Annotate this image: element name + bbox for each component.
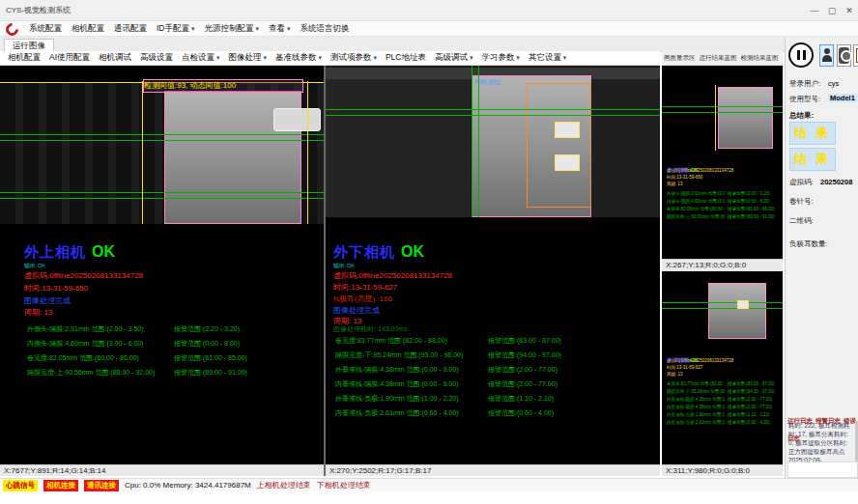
result-ok-label: OK (92, 243, 115, 260)
pause-button[interactable] (788, 42, 814, 68)
thumb-alarm: 报警范围:(1.10 - 2.10) (728, 412, 780, 417)
menu-language-switch[interactable]: 系统语言切换 (300, 23, 349, 35)
overlay-green-line (662, 106, 783, 107)
overlay-green-line (326, 109, 660, 110)
alarm-range: 报警范围:(1.10 - 2.10) (488, 394, 554, 404)
overlay-green-line (662, 302, 783, 303)
weld-glare-spot (555, 154, 580, 171)
cpu-memory-text: Cpu: 0.0% Memory: 3424.4179687M (125, 481, 251, 490)
pixel-coords-thumb-lower: X:311;Y:980;R:0;G:0;B:0 (662, 464, 783, 476)
record-icon (841, 50, 852, 62)
weld-glare-spot (737, 300, 749, 309)
alarm-range: 报警范围:(0.00 - 8.00) (174, 339, 240, 349)
camera-view-lower[interactable]: AI检测区 外下相机OK 输出:OK 虚拟码:0ffline2025020813… (326, 66, 660, 476)
pixel-coords-thumb-upper: X:267;Y:13;R:0;G:0;B:0 (662, 259, 783, 271)
tool-learning-params[interactable]: 学习参数 (481, 52, 519, 64)
model-value[interactable]: Model1 (828, 94, 857, 102)
tool-plc-address-table[interactable]: PLC地址表 (386, 52, 426, 64)
thumbnail-view-upper[interactable]: 外上相机OK 虚拟码:0ffline20250208133134728 时间:1… (662, 66, 783, 259)
alarm-range: 报警范围:(83.00 - 87.00) (488, 336, 561, 346)
pause-icon (803, 50, 806, 60)
tool-baseline-params[interactable]: 基准线参数 (275, 52, 322, 64)
thumb-cell-region (718, 87, 773, 149)
tool-ai-config[interactable]: AI使用配置 (49, 52, 90, 64)
output-label: 输出:OK (333, 262, 355, 270)
menu-id-config[interactable]: ID手配置 (157, 23, 194, 35)
thumb-cell-region (708, 283, 766, 339)
heartbeat-status-badge: 心跳信号 (3, 480, 38, 491)
output-label: 输出:OK (24, 262, 45, 270)
minimize-button[interactable]: — (806, 0, 823, 21)
user-login-button[interactable] (819, 44, 834, 67)
window-title: CYS-视觉检测系统 (6, 6, 71, 14)
overlay-green-line (0, 140, 324, 141)
status-bar: 心跳信号 相机连接 通讯连接 Cpu: 0.0% Memory: 3424.41… (0, 478, 858, 491)
tool-other-settings[interactable]: 其它设置 (529, 52, 566, 64)
overlay-green-vline (478, 66, 479, 217)
login-user-value: cys (828, 79, 839, 88)
thumb-alarm: 报警范围:(2.20 - 3.20) (728, 191, 780, 196)
tool-spotcheck-settings[interactable]: 点检设置 (182, 52, 219, 64)
thumb-alarm: 报警范围:(0.00 - 8.00) (728, 199, 780, 204)
upper-camera-status-msg: 上相机处理结束 (257, 480, 311, 490)
tool-image-processing[interactable]: 图像处理 (229, 52, 267, 64)
menu-view[interactable]: 查看 (269, 23, 290, 35)
menu-system-config[interactable]: 系统配置 (29, 23, 62, 35)
thumb-caption-c[interactable]: 检测结果蓝图 (741, 51, 779, 65)
login-user-label: 登录用户: (789, 79, 820, 89)
thumb-alarm: 报警范围:(2.00 - 77.00) (728, 397, 780, 402)
control-panel: 登录用户: cys 使用型号: Model1 总结果: 结 果 结 果 虚拟码:… (785, 37, 858, 478)
overlay-yellow-vline (142, 81, 143, 224)
cycle-line: 周期: 13 (24, 307, 52, 318)
virtual-code-value: 20250208 (820, 178, 852, 186)
window-titlebar: CYS-视觉检测系统 (0, 0, 858, 21)
menu-comm-config[interactable]: 通讯配置 (114, 23, 147, 35)
menu-bar: 系统配置 相机配置 通讯配置 ID手配置 光源控制配置 查看 系统语言切换 (0, 21, 858, 37)
virtual-code-line: 虚拟码:0ffline20250208133134728 (333, 270, 452, 281)
thumb-measure: 卷宽度:83.77mm 范围:(82.00 - 88.00) (667, 381, 725, 386)
virtual-code-line: 虚拟码:0ffline20250208133134728 (24, 270, 143, 281)
thumbnail-view-lower[interactable]: 外下相机OK 虚拟码:0ffline20250208133134728 时间:1… (662, 271, 783, 464)
camera-connection-badge: 相机连接 (43, 480, 78, 491)
thumb-caption-b[interactable]: 运行结果蓝图 (700, 51, 737, 65)
time-line: 时间:13-31-59-650 (24, 283, 88, 294)
needle-number-label: 卷针号: (789, 197, 814, 207)
thumb-cycle: 周期: 13 (667, 372, 778, 377)
process-done-line: 图像处理完成 (333, 305, 380, 316)
tool-advanced-settings[interactable]: 高级设置 (140, 52, 173, 64)
menu-light-config[interactable]: 光源控制配置 (204, 23, 258, 35)
process-done-line: 图像处理完成 (24, 295, 71, 306)
tool-camera-debug[interactable]: 相机调试 (99, 52, 131, 64)
thumb-measure: 内侧头-隔膜:4.60mm 范围:(3.00 - 6.00) (667, 199, 725, 204)
maximize-button[interactable]: ▢ (823, 0, 841, 21)
thumb-measure: 内基准线-隔膜:4.38mm 范围:(0.00 - 9.00) (667, 405, 725, 409)
tab-run-image[interactable]: 运行图像 (4, 39, 54, 52)
camera-name-label: 外下相机 (333, 243, 395, 260)
thumb-measure: 外侧头-隔膜:2.91mm 范围:(2.00 - 3.50) (667, 191, 725, 196)
thumb-virtual-code: 虚拟码:0ffline20250208133134728 (667, 168, 778, 173)
overlay-green-line (0, 192, 324, 193)
negative-tab-count-label: 负极耳数量: (789, 239, 828, 249)
thumb-measure: 内基准线-负极:2.61mm 范围:(0.60 - 4.00) (667, 420, 725, 425)
tool-advanced-debug[interactable]: 高级调试 (435, 52, 472, 64)
weld-glare-spot (555, 122, 580, 138)
record-button[interactable] (837, 44, 851, 67)
overlay-green-line (326, 115, 660, 116)
overlay-yellow-vline (715, 85, 716, 151)
close-button[interactable]: ✕ (841, 0, 858, 21)
overlay-green-line (0, 134, 324, 135)
camera-view-upper[interactable]: 检测间值:93, 动态间值:100 外上相机OK 输出:OK 虚拟码:0ffli… (0, 66, 324, 476)
tool-camera-config[interactable]: 相机配置 (8, 52, 41, 64)
alarm-range: 报警范围:(94.00 - 97.00) (488, 350, 561, 360)
measurement-value: 隔膜宽度-下:95.24mm 范围:(93.00 - 98.00) (335, 350, 463, 360)
measurement-value: 隔膜宽度-上:90.56mm 范围:(88.00 - 92.00) (27, 368, 155, 378)
thumb-caption-a[interactable]: 画面显示区 (664, 51, 696, 65)
tool-test-params[interactable]: 测试项参数 (330, 52, 377, 64)
menu-camera-config[interactable]: 相机配置 (72, 23, 104, 35)
thumb-virtual-code: 虚拟码:0ffline20250208133134728 (667, 358, 778, 363)
exit-button[interactable] (853, 44, 858, 67)
thumb-title: 外下相机OK (667, 349, 699, 366)
toolbar: 相机配置 AI使用配置 相机调试 高级设置 点检设置 图像处理 基准线参数 测试… (0, 51, 660, 66)
ai-region-label: AI检测区 (474, 77, 501, 87)
measurement-value: 外基准线-负极:1.90mm 范围:(1.00 - 2.20) (335, 394, 459, 404)
